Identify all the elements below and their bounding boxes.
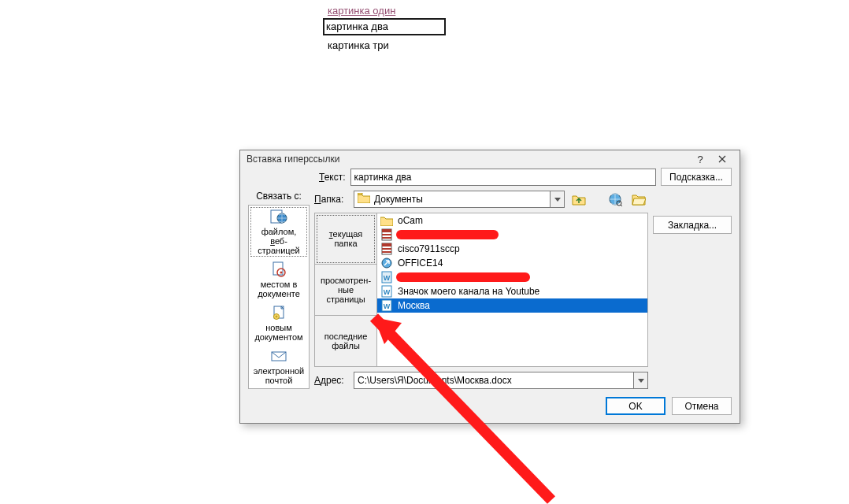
linkwith-newdoc-label: новым документом [252,323,306,342]
archive-icon [380,243,393,255]
folder-label: Папка: [314,194,349,205]
tooltip-button[interactable]: Подсказка... [661,168,732,186]
redaction [396,272,530,282]
file-label: oCam [398,215,423,226]
file-label: Значок моего канала на Youtube [398,286,539,297]
browse-file-button[interactable] [629,191,648,208]
file-label: OFFICE14 [398,258,443,269]
globe-page-icon [269,209,288,224]
linkwith-newdoc[interactable]: новым документом [249,302,309,345]
document-target-icon [269,261,288,277]
dialog-title: Вставка гиперссылки [247,154,339,165]
svg-rect-13 [382,234,391,235]
svg-text:W: W [384,274,391,282]
archive-icon [380,228,393,241]
address-label: Адрес: [314,375,349,386]
svg-text:W: W [384,288,391,296]
cell-b-selected[interactable]: картинка два [323,18,446,35]
file-item-ocam[interactable]: oCam [377,213,647,228]
linkwith-place[interactable]: местом в документе [249,258,309,302]
file-list[interactable]: oCam cisco7911sccp OFFICE14 [377,213,648,367]
cell-c[interactable]: картинка три [324,37,443,54]
display-text-input[interactable] [350,169,656,186]
address-value: C:\Users\Я\Documents\Москва.docx [358,375,512,386]
linkwith-email[interactable]: электронной почтой [249,345,309,388]
tab-current-folder[interactable]: текущая папка [315,213,376,265]
chevron-down-icon[interactable] [550,191,564,207]
cell-a[interactable]: картинка один [324,2,443,20]
file-label: Москва [398,300,430,311]
file-item-redacted-1[interactable] [377,228,647,242]
close-button[interactable] [711,151,733,167]
browse-tabs: текущая папка просмотрен-ные страницы по… [314,213,377,367]
linkwith-file-label: файлом, веб-страницей [252,227,306,255]
folder-combo[interactable]: Документы [354,191,565,208]
chevron-down-icon[interactable] [633,372,647,388]
up-folder-button[interactable] [569,191,588,208]
address-combo[interactable]: C:\Users\Я\Documents\Москва.docx [354,372,648,389]
file-item-cisco[interactable]: cisco7911sccp [377,242,647,256]
browse-web-button[interactable] [606,191,625,208]
folder-icon [380,214,393,227]
cancel-button[interactable]: Отмена [672,397,732,415]
file-label: cisco7911sccp [398,243,460,254]
file-item-youtube-icon[interactable]: W Значок моего канала на Youtube [377,284,647,298]
shortcut-icon [380,257,393,269]
bookmark-button[interactable]: Закладка... [653,216,732,234]
ok-button[interactable]: OK [606,397,665,415]
file-item-redacted-2[interactable]: W [377,270,647,284]
svg-rect-18 [382,251,391,253]
linkwith-panel: файлом, веб-страницей местом в документе… [248,205,310,389]
linkwith-email-label: электронной почтой [252,366,306,385]
svg-rect-8 [358,193,362,195]
file-item-moscow[interactable]: W Москва [377,298,647,313]
tab-recent-files[interactable]: последние файлы [315,316,376,366]
svg-rect-16 [382,243,391,246]
text-label: Текст: [319,172,346,183]
redaction [396,230,499,239]
dialog-titlebar[interactable]: Вставка гиперссылки ? [240,150,740,168]
svg-point-4 [280,272,283,274]
help-button[interactable]: ? [689,151,711,167]
linkwith-place-label: местом в документе [252,280,306,298]
tab-browsed-pages[interactable]: просмотрен-ные страницы [315,265,376,316]
svg-rect-12 [382,229,391,232]
file-item-office14[interactable]: OFFICE14 [377,256,647,270]
insert-hyperlink-dialog: Вставка гиперссылки ? Текст: Подсказка..… [239,150,740,424]
svg-rect-17 [382,248,391,250]
linkwith-file-web[interactable]: файлом, веб-страницей [249,206,309,258]
svg-rect-14 [382,237,391,239]
folder-icon [358,193,370,206]
svg-text:W: W [384,302,391,310]
word-doc-icon: W [380,271,393,284]
word-doc-icon: W [380,285,393,298]
envelope-icon [269,348,288,364]
word-doc-icon: W [380,299,393,312]
linkwith-label: Связать с: [248,191,310,202]
folder-value: Документы [374,194,423,205]
new-document-icon [269,305,288,321]
